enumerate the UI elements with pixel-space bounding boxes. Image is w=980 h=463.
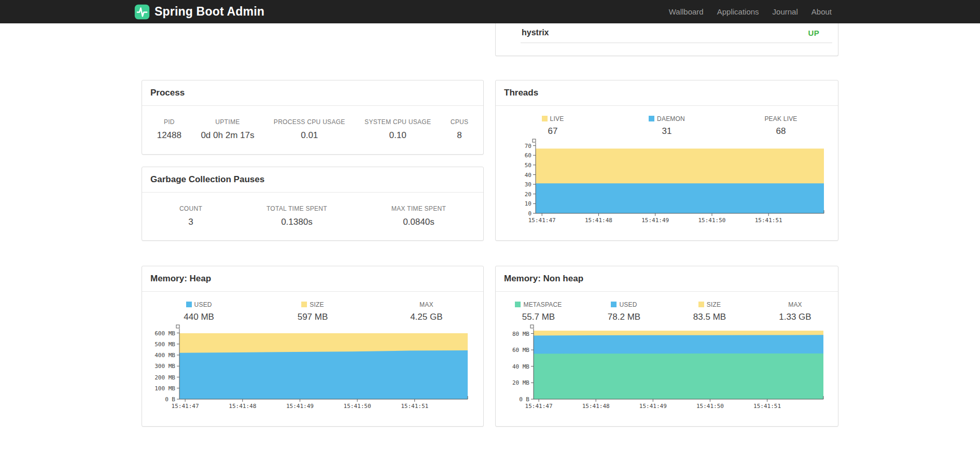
svg-text:500 MB: 500 MB: [155, 341, 175, 348]
legend-swatch: [611, 302, 617, 307]
svg-text:15:41:49: 15:41:49: [639, 403, 667, 410]
svg-text:20 MB: 20 MB: [512, 379, 529, 386]
right-column: hystrix UP Threads LIVE67DAEMON31PEAK LI…: [495, 23, 838, 427]
svg-text:15:41:47: 15:41:47: [172, 403, 199, 410]
application-name[interactable]: hystrix: [522, 28, 549, 37]
legend-value: 31: [610, 126, 724, 137]
svg-text:80 MB: 80 MB: [512, 331, 529, 337]
nav-link-wallboard[interactable]: Wallboard: [662, 0, 710, 23]
heap-legend: USED440 MBSIZE597 MBMAX4.25 GB: [142, 292, 483, 322]
svg-text:15:41:48: 15:41:48: [585, 217, 612, 224]
svg-text:15:41:47: 15:41:47: [528, 217, 556, 224]
spring-boot-admin-logo-icon: [134, 4, 150, 20]
nav-link-about[interactable]: About: [805, 0, 838, 23]
legend-daemon: DAEMON31: [610, 115, 724, 137]
svg-text:10: 10: [525, 200, 531, 207]
metric-label: PROCESS CPU USAGE: [274, 118, 345, 126]
legend-peak-live: PEAK LIVE68: [724, 115, 838, 137]
legend-label: LIVE: [496, 115, 610, 122]
svg-text:60: 60: [525, 152, 531, 159]
legend-value: 83.5 MB: [667, 312, 752, 322]
legend-used: USED78.2 MB: [581, 301, 667, 322]
threads-panel-title: Threads: [496, 80, 838, 106]
memory-nonheap-panel: Memory: Non heap METASPACE55.7 MBUSED78.…: [495, 266, 838, 427]
legend-max: MAX4.25 GB: [370, 301, 483, 322]
legend-value: 55.7 MB: [496, 312, 581, 322]
legend-max: MAX1.33 GB: [752, 301, 838, 322]
svg-text:15:41:48: 15:41:48: [229, 403, 256, 410]
main-content: Process PID12488UPTIME0d 0h 2m 17sPROCES…: [142, 23, 838, 427]
legend-swatch: [515, 302, 521, 307]
svg-text:15:41:51: 15:41:51: [401, 403, 428, 410]
svg-text:0 B: 0 B: [519, 396, 529, 403]
metric-count: COUNT3: [179, 205, 202, 227]
heap-chart: 0 B100 MB200 MB300 MB400 MB500 MB600 MB1…: [142, 324, 483, 413]
svg-text:0 B: 0 B: [165, 396, 175, 403]
brand[interactable]: Spring Boot Admin: [134, 4, 264, 20]
legend-swatch: [186, 302, 192, 307]
svg-text:600 MB: 600 MB: [155, 330, 175, 337]
application-status-panel: hystrix UP: [495, 23, 838, 56]
legend-swatch: [698, 302, 704, 307]
metric-cpus: CPUS8: [451, 118, 469, 141]
svg-text:15:41:50: 15:41:50: [696, 403, 724, 410]
metric-total-time-spent: TOTAL TIME SPENT0.1380s: [267, 205, 327, 227]
nonheap-legend: METASPACE55.7 MBUSED78.2 MBSIZE83.5 MBMA…: [496, 292, 838, 322]
legend-used: USED440 MB: [142, 301, 256, 322]
svg-text:15:41:49: 15:41:49: [286, 403, 314, 410]
legend-size: SIZE83.5 MB: [667, 301, 752, 322]
process-metrics: PID12488UPTIME0d 0h 2m 17sPROCESS CPU US…: [142, 106, 483, 141]
svg-text:50: 50: [525, 162, 531, 169]
process-panel: Process PID12488UPTIME0d 0h 2m 17sPROCES…: [142, 80, 484, 155]
process-panel-title: Process: [142, 80, 483, 106]
svg-text:30: 30: [525, 181, 531, 188]
svg-text:300 MB: 300 MB: [155, 363, 175, 370]
legend-label: SIZE: [667, 301, 752, 308]
threads-legend: LIVE67DAEMON31PEAK LIVE68: [496, 106, 838, 137]
metric-pid: PID12488: [157, 118, 181, 141]
svg-text:70: 70: [525, 143, 531, 149]
svg-text:15:41:50: 15:41:50: [698, 217, 726, 224]
application-row[interactable]: hystrix UP: [496, 23, 838, 37]
svg-text:60 MB: 60 MB: [512, 347, 529, 353]
metric-value: 0.10: [365, 130, 431, 141]
metric-value: 0d 0h 2m 17s: [201, 130, 254, 141]
navbar: Spring Boot Admin WallboardApplicationsJ…: [0, 0, 980, 23]
metric-value: 12488: [157, 130, 181, 141]
application-status-badge: UP: [808, 29, 819, 37]
metric-label: TOTAL TIME SPENT: [267, 205, 327, 212]
svg-text:15:41:48: 15:41:48: [582, 403, 610, 410]
gc-panel-title: Garbage Collection Pauses: [142, 167, 483, 193]
svg-text:200 MB: 200 MB: [155, 374, 175, 381]
legend-label: DAEMON: [610, 115, 724, 122]
legend-metaspace: METASPACE55.7 MB: [496, 301, 581, 322]
metric-label: UPTIME: [201, 118, 254, 126]
legend-swatch: [649, 116, 654, 121]
svg-text:400 MB: 400 MB: [155, 352, 175, 359]
legend-value: 597 MB: [256, 312, 369, 322]
legend-swatch: [542, 116, 548, 121]
legend-value: 440 MB: [142, 312, 256, 322]
metric-label: COUNT: [179, 205, 202, 212]
threads-chart: 01020304050607015:41:4715:41:4815:41:491…: [496, 139, 838, 227]
svg-text:100 MB: 100 MB: [155, 385, 175, 392]
legend-label: MAX: [752, 301, 838, 308]
metric-process-cpu-usage: PROCESS CPU USAGE0.01: [274, 118, 345, 141]
svg-text:15:41:51: 15:41:51: [755, 217, 782, 224]
memory-heap-panel: Memory: Heap USED440 MBSIZE597 MBMAX4.25…: [142, 266, 484, 427]
legend-live: LIVE67: [496, 115, 610, 137]
nav-link-applications[interactable]: Applications: [710, 0, 766, 23]
metric-label: PID: [157, 118, 181, 126]
nav-link-journal[interactable]: Journal: [766, 0, 805, 23]
metric-label: SYSTEM CPU USAGE: [365, 118, 431, 126]
svg-text:40: 40: [525, 172, 531, 179]
metric-value: 3: [179, 217, 202, 227]
gc-metrics: COUNT3TOTAL TIME SPENT0.1380sMAX TIME SP…: [142, 193, 483, 227]
nav-links: WallboardApplicationsJournalAbout: [662, 0, 838, 23]
gc-panel: Garbage Collection Pauses COUNT3TOTAL TI…: [142, 167, 484, 241]
divider: [521, 43, 832, 43]
metric-system-cpu-usage: SYSTEM CPU USAGE0.10: [365, 118, 431, 141]
metric-value: 0.1380s: [267, 217, 327, 227]
svg-text:15:41:49: 15:41:49: [641, 217, 669, 224]
legend-label: MAX: [370, 301, 483, 308]
